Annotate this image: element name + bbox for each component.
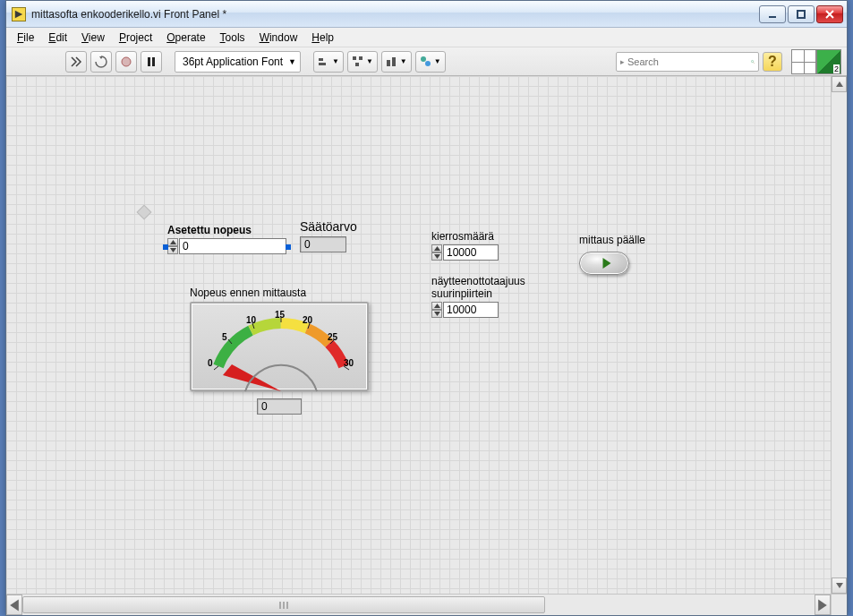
asetettu-nopeus-label: Asetettu nopeus [167,224,286,236]
asetettu-nopeus-input[interactable] [179,238,286,254]
search-input[interactable] [627,56,751,67]
window-title: mittasofta enkooderikello.vi Front Panel… [31,8,759,21]
scroll-thumb[interactable] [22,596,545,613]
svg-marker-32 [836,583,843,588]
titlebar: mittasofta enkooderikello.vi Front Panel… [6,1,847,28]
svg-rect-2 [798,11,805,18]
numeric-spinner[interactable] [431,244,442,261]
search-arrow-icon: ▸ [620,57,625,66]
menu-file[interactable]: File [10,30,41,46]
scroll-left-button[interactable] [6,595,22,615]
mittaus-toggle-button[interactable] [579,252,629,275]
svg-rect-6 [152,57,155,66]
align-objects-button[interactable]: ▼ [313,51,344,73]
scroll-track[interactable] [22,595,815,615]
naytteenotto-label-2: suurinpiirtein [431,287,525,300]
minimize-button[interactable] [759,5,786,23]
abort-button[interactable] [115,51,137,73]
resize-objects-button[interactable]: ▼ [381,51,412,73]
tick-30: 30 [344,358,354,368]
svg-marker-34 [818,599,827,611]
svg-line-17 [754,62,755,63]
close-button[interactable] [816,5,843,23]
vertical-scrollbar[interactable] [831,76,847,594]
menu-view[interactable]: View [74,30,112,46]
meter-label: Nopeus ennen mittausta [190,287,369,299]
svg-point-15 [425,61,431,66]
saatoarvo-label: Säätöarvo [300,219,357,234]
menu-operate[interactable]: Operate [159,30,212,46]
decrement-button[interactable] [167,246,178,254]
svg-rect-11 [355,63,359,66]
help-button[interactable]: ? [763,52,782,72]
svg-marker-3 [99,56,103,59]
menu-window[interactable]: Window [252,30,305,46]
naytteenotto-input[interactable] [443,302,499,318]
menu-project[interactable]: Project [112,30,159,46]
font-selector[interactable]: 36pt Application Font ▼ [175,51,301,73]
scrollbar-corner [831,594,847,615]
app-icon [12,7,26,21]
maximize-button[interactable] [788,5,815,23]
font-label: 36pt Application Font [183,56,283,68]
selection-handle[interactable] [286,244,291,250]
svg-marker-33 [10,599,19,611]
svg-rect-5 [148,57,150,66]
reorder-button[interactable]: ▼ [415,51,446,73]
tick-25: 25 [328,332,337,342]
scroll-up-button[interactable] [832,76,847,92]
horizontal-scrollbar[interactable] [6,594,831,615]
numeric-spinner[interactable] [431,302,442,318]
palette-icons: 2 [791,49,841,74]
run-button[interactable] [65,51,87,73]
menu-tools[interactable]: Tools [213,30,252,46]
vi-icon[interactable]: 2 [816,49,841,74]
svg-rect-1 [769,16,776,18]
svg-rect-10 [359,56,363,60]
kierrosmaara-control[interactable] [431,244,499,261]
menu-edit[interactable]: Edit [41,30,74,46]
increment-button[interactable] [431,244,442,252]
svg-rect-13 [392,57,396,66]
svg-point-14 [421,56,426,62]
run-continuous-button[interactable] [90,51,112,73]
svg-marker-21 [434,254,440,259]
asetettu-nopeus-control[interactable] [167,238,286,254]
svg-point-4 [122,57,131,66]
svg-marker-19 [170,248,176,252]
app-window: mittasofta enkooderikello.vi Front Panel… [5,0,848,616]
decrement-button[interactable] [431,310,442,318]
svg-rect-12 [387,60,390,66]
speed-meter: 0 5 10 15 20 25 30 [190,302,369,391]
scroll-down-button[interactable] [832,578,847,594]
svg-rect-8 [319,63,326,65]
selection-handle[interactable] [163,244,168,250]
svg-line-24 [214,366,218,370]
kierrosmaara-label: kierrosmäärä [431,230,499,243]
menu-help[interactable]: Help [304,30,341,46]
front-panel-canvas[interactable]: Asetettu nopeus Säätöarvo 0 kierrosmäärä [6,76,847,594]
increment-button[interactable] [167,238,178,246]
distribute-objects-button[interactable]: ▼ [347,51,378,73]
search-icon [751,56,755,68]
controls-palette-icon[interactable] [791,49,816,74]
pause-button[interactable] [141,51,162,73]
naytteenotto-label-1: näytteenottotaajuus [431,275,525,287]
naytteenotto-control[interactable] [431,302,525,318]
svg-rect-7 [319,58,323,61]
increment-button[interactable] [431,302,442,310]
svg-marker-23 [434,312,440,316]
decrement-button[interactable] [431,252,442,261]
svg-marker-0 [15,10,22,17]
search-box[interactable]: ▸ [616,52,759,72]
mittaus-label: mittaus päälle [579,234,645,246]
numeric-spinner[interactable] [167,238,178,254]
scroll-right-button[interactable] [815,595,831,615]
grid-background [6,76,847,594]
svg-marker-31 [836,81,843,87]
svg-marker-22 [434,304,440,308]
meter-digital-display: 0 [257,398,302,415]
kierrosmaara-input[interactable] [443,244,499,261]
svg-marker-20 [434,246,440,251]
tick-15: 15 [275,310,285,320]
